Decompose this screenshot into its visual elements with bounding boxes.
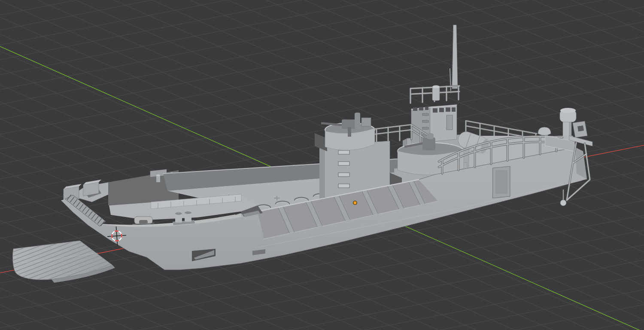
viewport-canvas[interactable] — [0, 0, 644, 330]
object-origin-dot[interactable] — [353, 201, 357, 205]
searchlight — [432, 86, 440, 101]
tower-door — [447, 115, 453, 130]
fairlead — [133, 217, 154, 224]
blender-3d-viewport[interactable] — [0, 0, 644, 330]
